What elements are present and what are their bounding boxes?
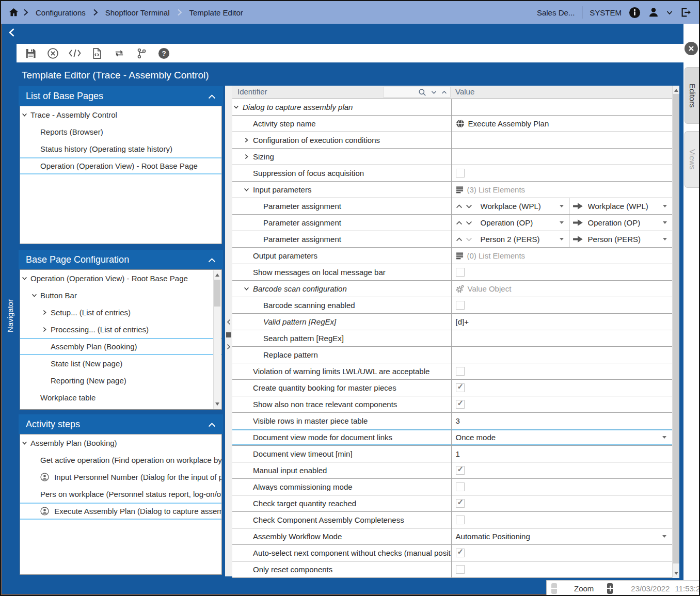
identifier-cell[interactable]: Auto-select next component without check… — [232, 545, 451, 561]
chevron-down-icon[interactable] — [22, 276, 27, 281]
tree-item[interactable]: State list (New page) — [20, 355, 221, 372]
table-row[interactable]: Sizing — [232, 149, 672, 165]
info-icon[interactable] — [629, 7, 641, 19]
home-icon[interactable] — [8, 7, 19, 18]
chevron-down-icon[interactable] — [22, 440, 27, 446]
refresh-icon[interactable] — [112, 45, 127, 61]
table-row[interactable]: Document view mode for document links On… — [232, 429, 672, 446]
source-parameter-select[interactable]: Person 2 (PERS) — [481, 235, 540, 244]
table-row[interactable]: Parameter assignment — [232, 198, 672, 215]
chevron-right-icon[interactable] — [42, 310, 47, 315]
table-row[interactable]: Assembly Workflow Mode Automatic Positio… — [232, 528, 672, 545]
identifier-cell[interactable]: Show messages on local message bar — [232, 264, 451, 280]
chevron-up-icon[interactable] — [441, 90, 447, 94]
tree-item[interactable]: Processing... (List of entries) — [20, 321, 221, 338]
tree-item[interactable]: Setup... (List of entries) — [20, 304, 221, 321]
table-row[interactable]: Dialog to capture assembly plan — [232, 99, 672, 116]
chevron-down-icon[interactable] — [244, 187, 249, 192]
tree-item[interactable]: Operation (Operation View) - Root Base P… — [20, 270, 221, 287]
tree-item[interactable]: Input Personnel Number (Dialog for the i… — [20, 469, 221, 486]
breadcrumb-configurations[interactable]: Configurations — [36, 8, 86, 17]
checkbox[interactable] — [456, 565, 465, 574]
scroll-up-icon[interactable] — [215, 273, 219, 277]
tree-item[interactable]: Trace - Assembly Control — [20, 106, 221, 123]
chevron-down-icon[interactable] — [31, 293, 37, 298]
chevron-down-icon[interactable] — [22, 112, 27, 118]
table-row[interactable]: Parameter assignment — [232, 215, 672, 231]
identifier-cell[interactable]: Only reset components — [232, 561, 451, 577]
value-text[interactable]: [d]+ — [452, 314, 672, 330]
target-parameter-select[interactable]: Person (PERS) — [588, 235, 641, 244]
identifier-cell[interactable]: Output parameters — [232, 248, 451, 264]
dropdown-caret-icon[interactable] — [663, 205, 667, 207]
back-button[interactable] — [8, 28, 15, 40]
cancel-icon[interactable] — [45, 45, 60, 61]
table-row[interactable]: Show messages on local message bar — [232, 264, 672, 281]
identifier-cell[interactable]: Document view mode for document links — [232, 429, 451, 445]
tree-item[interactable]: Assembly Plan (Booking) — [20, 434, 221, 452]
tree-item[interactable]: Status history (Operating state history) — [20, 140, 221, 157]
collapse-chevron-icon[interactable] — [208, 254, 216, 265]
identifier-cell[interactable]: Dialog to capture assembly plan — [232, 99, 451, 115]
dropdown-caret-icon[interactable] — [663, 238, 667, 240]
identifier-cell[interactable]: Barcode scan configuration — [232, 281, 451, 297]
checkbox[interactable] — [456, 301, 465, 310]
move-down-icon[interactable] — [466, 204, 472, 209]
current-user-label[interactable]: Sales De... — [537, 8, 575, 17]
dropdown-caret-icon[interactable] — [662, 436, 666, 439]
collapse-right-icon[interactable] — [227, 343, 231, 352]
table-row[interactable]: Show also non trace relevant components — [232, 396, 672, 413]
identifier-cell[interactable]: Assembly Workflow Mode — [232, 528, 451, 544]
scroll-down-icon[interactable] — [674, 572, 678, 575]
identifier-cell[interactable]: Create quantity booking for master piece… — [232, 380, 451, 396]
identifier-cell[interactable]: Manual input enabled — [232, 462, 451, 478]
source-code-icon[interactable] — [67, 45, 83, 61]
identifier-cell[interactable]: Check target quantity reached — [232, 495, 451, 511]
identifier-cell[interactable]: Input parameters — [232, 182, 451, 198]
table-row[interactable]: Barcode scanning enabled — [232, 297, 672, 314]
dropdown-caret-icon[interactable] — [560, 221, 564, 224]
table-row[interactable]: Valid pattern [RegEx] [d]+ — [232, 314, 672, 330]
scrollbar[interactable] — [213, 270, 221, 409]
checkbox[interactable] — [456, 383, 465, 392]
dropdown-caret-icon[interactable] — [560, 205, 564, 207]
checkbox[interactable] — [456, 169, 465, 178]
chevron-down-icon[interactable] — [431, 90, 437, 94]
filter-box[interactable] — [383, 87, 451, 98]
identifier-cell[interactable]: Always commissioning mode — [232, 479, 451, 495]
identifier-cell[interactable]: Violation of warning limits LWL/UWL are … — [232, 363, 451, 379]
table-scrollbar[interactable] — [672, 86, 679, 578]
table-row[interactable]: Output parameters (0) List Elements — [232, 248, 672, 264]
scroll-up-icon[interactable] — [674, 89, 678, 92]
checkbox[interactable] — [456, 367, 465, 376]
table-row[interactable]: Parameter assignment — [232, 231, 672, 248]
move-up-icon[interactable] — [456, 204, 463, 209]
branch-icon[interactable] — [134, 45, 149, 61]
close-icon[interactable] — [685, 42, 698, 55]
table-row[interactable]: Visible rows in master piece table 3 — [232, 413, 672, 429]
checkbox[interactable] — [456, 499, 465, 508]
identifier-cell[interactable]: Replace pattern — [232, 347, 451, 363]
zoom-out-button[interactable] — [551, 583, 557, 594]
tree-item[interactable]: Reports (Browser) — [20, 123, 221, 140]
tree-item[interactable]: Assembly Plan (Booking) — [20, 338, 221, 355]
dropdown-caret-icon[interactable] — [663, 221, 667, 224]
checkbox[interactable] — [456, 516, 465, 524]
value-dropdown[interactable]: Automatic Positioning — [452, 528, 672, 544]
table-row[interactable]: Manual input enabled — [232, 462, 672, 479]
identifier-cell[interactable]: Visible rows in master piece table — [232, 413, 451, 429]
value-text[interactable]: 3 — [452, 413, 672, 429]
logout-icon[interactable] — [680, 7, 692, 18]
identifier-cell[interactable]: Sizing — [232, 149, 451, 165]
tree-item[interactable]: Workplace table — [20, 389, 221, 406]
move-up-icon[interactable] — [456, 220, 463, 225]
value-dropdown[interactable]: Once mode — [452, 429, 672, 445]
table-row[interactable]: Check Component Assembly Completeness — [232, 512, 672, 528]
identifier-cell[interactable]: Suppression of focus acquisition — [232, 165, 451, 181]
source-parameter-select[interactable]: Workplace (WPL) — [481, 202, 541, 211]
identifier-cell[interactable]: Show also non trace relevant components — [232, 396, 451, 412]
table-row[interactable]: Suppression of focus acquisition — [232, 165, 672, 182]
search-icon[interactable] — [418, 88, 426, 96]
tree-item[interactable]: Pers on workplace (Personnel status repo… — [20, 486, 221, 503]
table-row[interactable]: Auto-select next component without check… — [232, 545, 672, 561]
